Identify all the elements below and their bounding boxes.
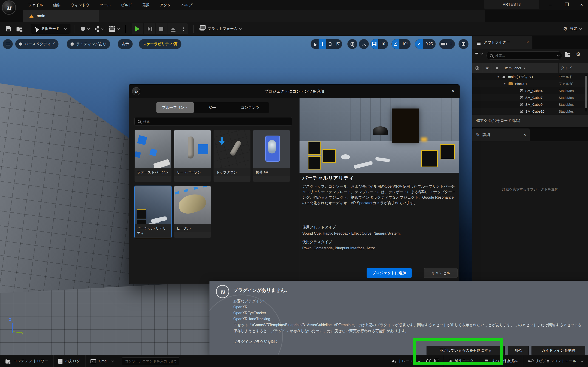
output-log-button[interactable]: 出力ログ: [53, 355, 85, 367]
menu-item[interactable]: アクタ: [155, 0, 176, 10]
outliner-scroll-thumb[interactable]: [585, 76, 587, 108]
pin-column-icon[interactable]: [492, 63, 502, 73]
viewport-layout-toggle[interactable]: [458, 39, 468, 49]
world-space-toggle[interactable]: [347, 39, 357, 49]
favorite-column-icon[interactable]: ★: [482, 63, 492, 73]
template-search-input[interactable]: [143, 119, 289, 123]
tab-details[interactable]: ✎ 詳細 ×: [472, 128, 530, 141]
outliner-icon: [477, 42, 481, 42]
content-drawer-button[interactable]: コンテンツ ドロワー: [0, 355, 53, 367]
show-dropdown[interactable]: 表示: [118, 39, 133, 49]
grid-snap-toggle[interactable]: [371, 39, 378, 49]
eject-button[interactable]: [167, 23, 179, 34]
surface-snapping-toggle[interactable]: [359, 39, 369, 49]
type-column[interactable]: タイプ: [559, 63, 588, 73]
row-label: Block01: [515, 82, 559, 86]
play-button[interactable]: [132, 23, 144, 34]
menu-item[interactable]: ヘルプ: [176, 0, 197, 10]
outliner-search-input[interactable]: [495, 54, 555, 58]
dialog-close-button[interactable]: ×: [451, 88, 455, 94]
level-icon: [29, 15, 34, 18]
scale-snap-toggle[interactable]: ↗: [415, 39, 423, 49]
settings-dropdown[interactable]: ⚙ 設定: [560, 24, 584, 34]
view-mode-dropdown[interactable]: ライティングあり: [67, 39, 110, 49]
stop-button[interactable]: [156, 23, 167, 34]
grid-snap-value[interactable]: 10: [378, 42, 388, 46]
close-icon[interactable]: ×: [524, 133, 526, 137]
template-thumbnail: [174, 130, 211, 168]
viewport-options-menu[interactable]: [3, 39, 13, 49]
outliner-row[interactable]: SM_Cube9 StaticMes: [472, 101, 588, 108]
create-folder-button[interactable]: [565, 52, 570, 57]
move-tool[interactable]: [319, 39, 326, 49]
dialog-tab[interactable]: ブループリント: [156, 102, 194, 113]
unreal-logo-icon[interactable]: u: [2, 0, 16, 15]
expander-icon[interactable]: ▼: [497, 75, 501, 78]
rotation-snap-value[interactable]: 10°: [399, 42, 410, 46]
item-label-column[interactable]: Item Label ▲: [502, 63, 559, 73]
template-card[interactable]: トップダウン: [213, 130, 251, 182]
rotation-snap-toggle[interactable]: ∠: [392, 39, 399, 49]
minimize-button[interactable]: –: [544, 0, 557, 9]
scale-snap-value[interactable]: 0.25: [423, 42, 435, 46]
save-button[interactable]: [3, 24, 14, 34]
remove-guideline-button[interactable]: ガイドラインを削除: [531, 346, 585, 355]
dialog-tab[interactable]: コンテンツ: [232, 102, 269, 113]
camera-speed-value[interactable]: 1: [447, 42, 455, 46]
content-browser-button[interactable]: [14, 24, 25, 34]
template-card[interactable]: バーチャル リアリティ: [134, 186, 172, 238]
close-icon[interactable]: ×: [527, 40, 529, 44]
template-card[interactable]: ビークル: [174, 186, 211, 238]
cancel-button[interactable]: キャンセル: [424, 268, 458, 278]
add-to-project-button[interactable]: プロジェクトに追加: [367, 268, 412, 278]
menu-item[interactable]: ツール: [95, 0, 116, 10]
scale-tool[interactable]: ⇱: [334, 39, 342, 49]
outliner-row[interactable]: SM_Cube7 StaticMes: [472, 94, 588, 101]
platforms-dropdown[interactable]: プラットフォーム: [197, 24, 244, 34]
row-label: SM_Cube4: [525, 89, 559, 93]
frame-skip-button[interactable]: [144, 23, 156, 34]
camera-speed-icon[interactable]: [439, 39, 447, 49]
dialog-title-bar[interactable]: u プロジェクトにコンテンツを追加 ×: [129, 85, 460, 98]
menu-item[interactable]: 選択: [137, 0, 155, 10]
restore-button[interactable]: ❐: [561, 0, 573, 9]
ignore-button[interactable]: 無視: [508, 346, 529, 355]
play-options-kebab[interactable]: [179, 23, 188, 34]
open-plugin-browser-link[interactable]: プラグインブラウザを開く: [233, 340, 278, 344]
cinematics-button[interactable]: [106, 24, 122, 34]
blueprints-button[interactable]: [92, 24, 106, 34]
menu-item[interactable]: 編集: [48, 0, 66, 10]
template-card[interactable]: ファーストパーソン: [134, 130, 172, 182]
outliner-filter-button[interactable]: [475, 52, 483, 55]
tab-outliner[interactable]: アウトライナー ×: [472, 36, 532, 49]
cmd-dropdown[interactable]: >_ Cmd: [86, 355, 118, 367]
template-card[interactable]: サードパーソン: [174, 130, 211, 182]
menu-item[interactable]: ウィンドウ: [66, 0, 95, 10]
level-tab-main[interactable]: main: [23, 10, 99, 22]
preview-cube: [308, 156, 321, 169]
add-actor-button[interactable]: [78, 24, 92, 34]
scalability-warning[interactable]: スケーラビリティ:高: [139, 39, 182, 49]
visibility-column-icon[interactable]: [472, 63, 482, 73]
menu-item[interactable]: ビルド: [116, 0, 137, 10]
outliner-row[interactable]: SM_Cube4 StaticMes: [472, 87, 588, 94]
outliner-row[interactable]: ▼ Block01 フォルダ: [472, 80, 588, 87]
outliner-row[interactable]: SM_Cube10 StaticMes: [472, 108, 588, 115]
outliner-row[interactable]: ▼ main (エディタ) ワールド: [472, 73, 588, 80]
revision-control-dropdown[interactable]: リビジョンコントロール: [523, 355, 588, 367]
expander-icon[interactable]: ▼: [503, 82, 507, 85]
dialog-tab[interactable]: C++: [194, 102, 231, 113]
menu-item[interactable]: ファイル: [23, 0, 48, 10]
template-card[interactable]: 携帯 AR: [253, 130, 290, 182]
panel-splitter[interactable]: [472, 127, 588, 128]
console-command-input[interactable]: [125, 359, 176, 363]
notification-body: 必要なプラグイン: OpenXROpenXREyeTrackerOpenXRHa…: [233, 298, 582, 334]
level-tab-label: main: [37, 14, 45, 18]
rotate-tool[interactable]: [326, 39, 334, 49]
chevron-down-icon[interactable]: [557, 54, 560, 57]
close-button[interactable]: ×: [575, 0, 588, 9]
select-mode-dropdown[interactable]: 選択モード: [31, 24, 70, 34]
perspective-dropdown[interactable]: パースペクティブ: [15, 39, 59, 49]
outliner-settings-button[interactable]: ⚙: [576, 52, 581, 57]
select-tool[interactable]: [311, 39, 319, 49]
